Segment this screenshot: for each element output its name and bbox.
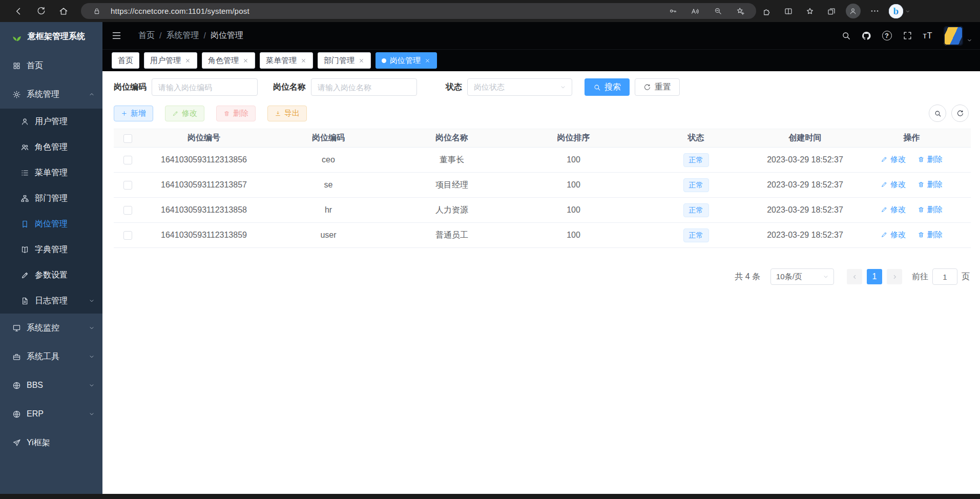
reset-button[interactable]: 重置 [635, 78, 680, 96]
edit-button[interactable]: 修改 [165, 106, 204, 121]
copilot-icon[interactable] [885, 2, 907, 21]
reset-button-label: 重置 [655, 82, 671, 93]
pencil-icon [172, 110, 179, 117]
breadcrumb-home[interactable]: 首页 [138, 30, 155, 41]
column-header-actions: 操作 [852, 129, 971, 148]
close-tab-icon[interactable] [300, 57, 307, 64]
sidebar-item-label: 菜单管理 [35, 168, 68, 178]
sidebar-item-home[interactable]: 首页 [0, 51, 102, 80]
add-favorite-star-icon[interactable] [732, 4, 749, 18]
column-header-status: 状态 [634, 129, 758, 148]
row-delete-label: 删除 [927, 155, 943, 164]
close-tab-icon[interactable] [242, 57, 249, 64]
export-button[interactable]: 导出 [267, 106, 307, 121]
copilot-caret-icon[interactable] [905, 7, 911, 16]
row-checkbox[interactable] [123, 231, 132, 240]
status-select[interactable]: 岗位状态 [467, 78, 572, 96]
row-edit-button[interactable]: 修改 [881, 205, 906, 215]
sidebar-item-system-tools[interactable]: 系统工具 [0, 342, 102, 371]
sidebar-item-parameter-settings[interactable]: 参数设置 [0, 262, 102, 288]
close-tab-icon[interactable] [358, 57, 365, 64]
goto-page-input[interactable] [932, 268, 957, 285]
sidebar-item-log-management[interactable]: 日志管理 [0, 288, 102, 314]
sidebar-item-label: Yi框架 [27, 438, 50, 448]
browser-settings-icon[interactable] [864, 2, 885, 21]
collections-icon[interactable] [821, 2, 842, 21]
post-code-input[interactable] [152, 78, 258, 96]
row-checkbox[interactable] [123, 181, 132, 190]
read-aloud-icon[interactable] [686, 4, 704, 18]
sidebar-item-user-management[interactable]: 用户管理 [0, 109, 102, 134]
header-search-icon[interactable] [837, 27, 854, 45]
tab-label: 部门管理 [324, 56, 355, 66]
row-delete-button[interactable]: 删除 [918, 180, 943, 190]
select-all-checkbox[interactable] [123, 134, 132, 143]
tab-user-management[interactable]: 用户管理 [144, 52, 197, 69]
sidebar-item-yi-framework[interactable]: Yi框架 [0, 428, 102, 457]
tab-department-management[interactable]: 部门管理 [318, 52, 371, 69]
fullscreen-icon[interactable] [899, 27, 916, 45]
sidebar-item-bbs[interactable]: BBS [0, 371, 102, 400]
page-number-button[interactable]: 1 [867, 269, 882, 284]
row-delete-button[interactable]: 删除 [918, 230, 943, 240]
help-question-icon[interactable] [878, 27, 895, 45]
user-avatar[interactable] [944, 26, 963, 46]
tabs-bar: 首页 用户管理 角色管理 菜单管理 部门管理 岗位管理 [102, 49, 980, 71]
sidebar-item-department-management[interactable]: 部门管理 [0, 185, 102, 211]
github-icon[interactable] [858, 27, 875, 45]
sidebar-toggle-icon[interactable] [102, 30, 130, 41]
app-title: 意框架管理系统 [28, 31, 85, 42]
cell-post-sort: 100 [513, 223, 634, 248]
browser-back-button[interactable] [7, 2, 30, 21]
delete-button[interactable]: 删除 [216, 106, 256, 121]
sidebar-item-erp[interactable]: ERP [0, 400, 102, 428]
toggle-search-button[interactable] [929, 105, 946, 122]
user-menu-caret-icon[interactable] [966, 37, 973, 44]
sidebar-item-system-management[interactable]: 系统管理 [0, 80, 102, 109]
row-delete-button[interactable]: 删除 [918, 205, 943, 215]
trash-icon [223, 110, 230, 117]
add-button[interactable]: 新增 [114, 106, 153, 121]
cell-create-time: 2023-03-29 18:52:37 [758, 173, 852, 198]
sidebar-item-system-monitoring[interactable]: 系统监控 [0, 314, 102, 342]
extensions-icon[interactable] [756, 2, 778, 21]
sidebar-item-role-management[interactable]: 角色管理 [0, 134, 102, 160]
browser-profile-avatar[interactable] [842, 2, 864, 21]
tab-post-management[interactable]: 岗位管理 [376, 52, 437, 69]
sidebar-item-dictionary-management[interactable]: 字典管理 [0, 237, 102, 262]
close-tab-icon[interactable] [184, 57, 191, 64]
breadcrumb-system-management[interactable]: 系统管理 [166, 30, 199, 41]
row-edit-button[interactable]: 修改 [881, 180, 906, 190]
browser-refresh-button[interactable] [30, 2, 52, 21]
split-screen-icon[interactable] [778, 2, 799, 21]
refresh-table-button[interactable] [951, 105, 969, 122]
row-edit-button[interactable]: 修改 [881, 155, 906, 164]
next-page-button[interactable] [887, 269, 902, 284]
menu-tree-icon [20, 169, 29, 177]
sidebar-item-post-management[interactable]: 岗位管理 [0, 211, 102, 237]
post-name-input[interactable] [311, 78, 417, 96]
browser-home-button[interactable] [52, 2, 75, 21]
font-size-icon[interactable] [919, 27, 936, 45]
row-edit-button[interactable]: 修改 [881, 230, 906, 240]
row-delete-button[interactable]: 删除 [918, 155, 943, 164]
active-tab-dot [382, 58, 386, 63]
sidebar-item-menu-management[interactable]: 菜单管理 [0, 160, 102, 185]
logo-leaf-icon [11, 31, 23, 43]
search-button[interactable]: 搜索 [585, 78, 630, 96]
trash-icon [918, 181, 925, 188]
page-size-select[interactable]: 10条/页 [770, 268, 834, 285]
row-checkbox[interactable] [123, 156, 132, 164]
row-checkbox[interactable] [123, 206, 132, 215]
prev-page-button[interactable] [847, 269, 862, 284]
favorites-icon[interactable] [799, 2, 821, 21]
tab-menu-management[interactable]: 菜单管理 [260, 52, 313, 69]
zoom-out-icon[interactable] [709, 4, 726, 18]
browser-address-bar[interactable]: https://ccnetcore.com:1101/system/post [81, 3, 756, 19]
tab-home[interactable]: 首页 [112, 52, 139, 69]
close-tab-icon[interactable] [424, 57, 431, 64]
site-info-lock-icon[interactable] [88, 4, 106, 18]
app-logo: 意框架管理系统 [0, 22, 102, 51]
tab-role-management[interactable]: 角色管理 [202, 52, 255, 69]
saved-password-key-icon[interactable] [664, 4, 681, 18]
